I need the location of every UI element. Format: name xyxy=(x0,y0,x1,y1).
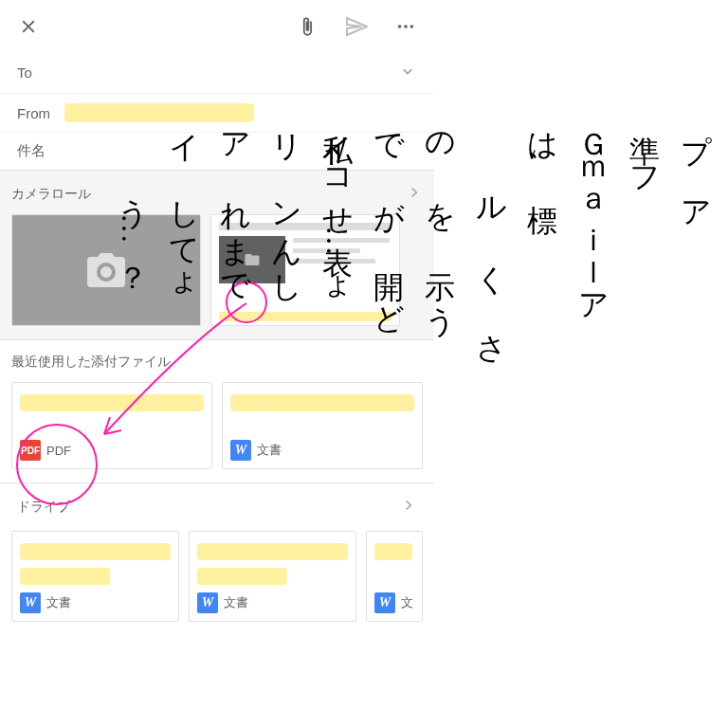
chevron-right-icon[interactable] xyxy=(400,497,417,518)
camera-roll-title: カメラロール xyxy=(11,186,91,203)
redacted-filename xyxy=(197,543,348,560)
from-label: From xyxy=(17,105,64,121)
redacted-filename xyxy=(20,568,110,585)
redacted-filename xyxy=(197,568,287,585)
drive-file-card[interactable]: W 文書 xyxy=(189,531,356,622)
word-badge-icon: W xyxy=(197,592,218,613)
svg-point-1 xyxy=(404,25,408,28)
recent-title: 最近使用した添付ファイル xyxy=(11,354,423,371)
screenshot-preview xyxy=(211,215,399,325)
camera-capture-button[interactable] xyxy=(11,214,201,326)
compose-screen: To From 件名 カメラロール xyxy=(0,0,434,728)
drive-title: ドライブ xyxy=(17,499,70,516)
svg-point-2 xyxy=(410,25,414,28)
drive-file-card[interactable]: W 文書 xyxy=(11,531,179,622)
toolbar xyxy=(0,0,434,52)
to-label: To xyxy=(17,64,64,81)
attachment-card[interactable]: W 文書 xyxy=(222,382,423,469)
attachment-card[interactable]: PDF PDF xyxy=(11,382,212,469)
redacted-filename xyxy=(230,394,414,411)
redacted-from-value xyxy=(64,103,254,122)
redacted-filename xyxy=(374,543,412,560)
word-badge-icon: W xyxy=(20,592,41,613)
subject-field[interactable]: 件名 xyxy=(0,133,434,170)
attach-icon[interactable] xyxy=(296,15,318,38)
close-icon[interactable] xyxy=(17,15,40,38)
camera-roll-panel: カメラロール xyxy=(0,170,434,339)
pdf-badge-icon: PDF xyxy=(20,440,41,461)
drive-file-card[interactable]: W 文 xyxy=(366,531,423,622)
file-type-label: 文 xyxy=(401,594,413,611)
subject-label: 件名 xyxy=(17,142,46,158)
file-type-label: 文書 xyxy=(224,594,248,611)
from-field[interactable]: From xyxy=(0,94,434,133)
recent-attachments-section: 最近使用した添付ファイル PDF PDF W 文書 xyxy=(0,339,434,482)
send-icon[interactable] xyxy=(345,15,368,38)
word-badge-icon: W xyxy=(374,592,395,613)
redacted-filename xyxy=(20,543,171,560)
word-badge-icon: W xyxy=(230,440,251,461)
camera-roll-thumb[interactable] xyxy=(210,214,400,326)
to-field[interactable]: To xyxy=(0,52,434,94)
drive-section-header[interactable]: ドライブ xyxy=(0,482,434,531)
drive-cards: W 文書 W 文書 W 文 xyxy=(0,531,434,635)
chevron-down-icon[interactable] xyxy=(398,62,417,83)
svg-point-0 xyxy=(398,25,402,28)
more-icon[interactable] xyxy=(394,15,417,38)
file-type-label: PDF xyxy=(46,444,71,458)
file-type-label: 文書 xyxy=(46,594,71,611)
redacted-filename xyxy=(20,394,204,411)
chevron-right-icon[interactable] xyxy=(406,184,423,205)
folder-icon xyxy=(244,251,261,268)
file-type-label: 文書 xyxy=(257,442,282,459)
camera-icon xyxy=(83,247,129,293)
